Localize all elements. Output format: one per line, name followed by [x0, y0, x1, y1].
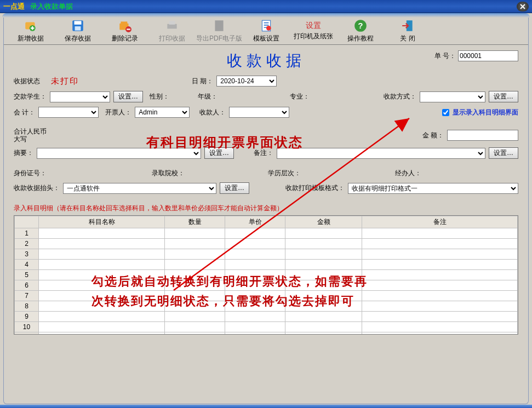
cell-remark[interactable]: [362, 322, 518, 332]
close-icon: [520, 4, 525, 9]
print-tmpl-select[interactable]: 收据有明细打印格式一: [348, 183, 518, 194]
row-idinfo: 身份证号： 录取院校： 学历层次： 经办人：: [14, 169, 518, 178]
cell-qty[interactable]: [165, 249, 225, 260]
paymethod-set-button[interactable]: 设置…: [489, 91, 518, 102]
date-label: 日 期：: [192, 77, 213, 86]
toolbar-label: 导出PDF电子版: [196, 34, 242, 43]
table-total-row: 合计: [15, 332, 518, 335]
cell-subject[interactable]: [39, 260, 165, 270]
grid-hint: 录入科目明细（请在科目名称处回车选择科目，输入数里和单价必须回车才能自动计算金额…: [14, 204, 518, 213]
date-select[interactable]: 2020-10-24: [216, 76, 277, 87]
cell-qty[interactable]: [165, 322, 225, 332]
toolbar-setprinter-button[interactable]: 设置 打印机及纸张: [290, 19, 337, 43]
student-select[interactable]: [50, 91, 110, 102]
toolbar-save-button[interactable]: 保存收据: [54, 19, 101, 43]
toolbar-delete-button[interactable]: 删除记录: [101, 19, 148, 43]
paymethod-label: 收款方式：: [384, 92, 416, 101]
cell-amount[interactable]: [285, 312, 362, 322]
cell-remark[interactable]: [362, 291, 518, 301]
toolbar: 新增收据 保存收据 删除记录 打印收据 导出PDF电子版 模板设置 设置 打印机…: [4, 18, 528, 45]
pdf-icon: [212, 19, 226, 33]
status-label: 收据状态: [14, 77, 40, 86]
cell-remark[interactable]: [362, 239, 518, 249]
cell-remark[interactable]: [362, 270, 518, 280]
biller-select[interactable]: Admin: [135, 107, 190, 118]
number-input[interactable]: [458, 50, 518, 61]
row-number: 8: [15, 301, 39, 312]
frame-top: [2, 13, 530, 18]
cell-remark[interactable]: [362, 280, 518, 291]
content-area: 收款收据 单 号： 收据状态 未打印 日 期： 2020-10-24 交款学生：…: [4, 45, 528, 338]
svg-rect-8: [167, 24, 176, 29]
show-detail-checkbox[interactable]: [442, 109, 449, 116]
toolbar-print-button[interactable]: 打印收据: [148, 19, 196, 43]
paymethod-select[interactable]: [420, 91, 485, 102]
row-status-date: 收据状态 未打印 日 期： 2020-10-24: [14, 76, 518, 87]
amount-input[interactable]: [447, 130, 518, 141]
cell-qty[interactable]: [165, 228, 225, 239]
titlebar: 一点通 录入收款单据: [0, 0, 532, 13]
cell-subject[interactable]: [39, 249, 165, 260]
annotation-message-1: 有科目明细开票界面状态: [146, 134, 303, 151]
cell-amount[interactable]: [285, 239, 362, 249]
summary-label: 摘要：: [14, 148, 33, 158]
remark-set-button[interactable]: 设置…: [489, 147, 518, 159]
cell-qty[interactable]: [165, 260, 225, 270]
row-number: 10: [15, 322, 39, 332]
toolbar-exportpdf-button[interactable]: 导出PDF电子版: [196, 19, 243, 43]
table-row[interactable]: 4: [15, 260, 518, 270]
receipt-head-select[interactable]: 一点通软件: [63, 183, 216, 194]
toolbar-label: 模板设置: [253, 34, 279, 43]
cell-price[interactable]: [225, 249, 285, 260]
cell-amount[interactable]: [285, 322, 362, 332]
cell-price[interactable]: [225, 312, 285, 322]
show-detail-label[interactable]: 显示录入科目明细界面: [453, 108, 518, 117]
student-set-button[interactable]: 设置…: [113, 91, 143, 102]
table-row[interactable]: 3: [15, 249, 518, 260]
cell-remark[interactable]: [362, 312, 518, 322]
accountant-select[interactable]: [38, 107, 99, 118]
table-row[interactable]: 9: [15, 312, 518, 322]
table-row[interactable]: 2: [15, 239, 518, 249]
cell-subject[interactable]: [39, 322, 165, 332]
toolbar-template-button[interactable]: 模板设置: [243, 19, 290, 43]
grid-header-subject: 科目名称: [39, 216, 165, 228]
cell-price[interactable]: [225, 260, 285, 270]
print-icon: [165, 19, 179, 33]
cell-subject[interactable]: [39, 228, 165, 239]
row-number: 4: [15, 260, 39, 270]
cell-price[interactable]: [225, 228, 285, 239]
cell-remark[interactable]: [362, 249, 518, 260]
cell-price[interactable]: [225, 322, 285, 332]
table-row[interactable]: 10: [15, 322, 518, 332]
cell-qty[interactable]: [165, 312, 225, 322]
toolbar-new-button[interactable]: 新增收据: [7, 19, 54, 43]
cell-subject[interactable]: [39, 312, 165, 322]
receipt-head-set-button[interactable]: 设置…: [220, 182, 249, 194]
save-icon: [71, 19, 85, 33]
toolbar-label: 新增收据: [18, 34, 44, 43]
cell-subject[interactable]: [39, 239, 165, 249]
table-row[interactable]: 1: [15, 228, 518, 239]
toolbar-help-button[interactable]: ? 操作教程: [337, 19, 384, 43]
toolbar-label: 删除记录: [112, 34, 138, 43]
svg-rect-9: [169, 21, 175, 25]
cell-remark[interactable]: [362, 228, 518, 239]
remark-select[interactable]: [277, 148, 485, 159]
row-number: 5: [15, 270, 39, 280]
toolbar-close-button[interactable]: 关 闭: [384, 19, 431, 43]
cell-amount[interactable]: [285, 260, 362, 270]
cell-remark[interactable]: [362, 301, 518, 312]
print-tmpl-label: 收款打印模板格式：: [285, 183, 345, 193]
app-name: 一点通: [3, 2, 25, 12]
cell-qty[interactable]: [165, 239, 225, 249]
grid-header-price: 单价: [225, 216, 285, 228]
accountant-label: 会 计：: [14, 108, 35, 117]
new-icon: [24, 19, 38, 33]
window-close-button[interactable]: [517, 2, 529, 12]
collector-select[interactable]: [229, 107, 289, 118]
cell-amount[interactable]: [285, 249, 362, 260]
cell-amount[interactable]: [285, 228, 362, 239]
cell-remark[interactable]: [362, 260, 518, 270]
cell-price[interactable]: [225, 239, 285, 249]
